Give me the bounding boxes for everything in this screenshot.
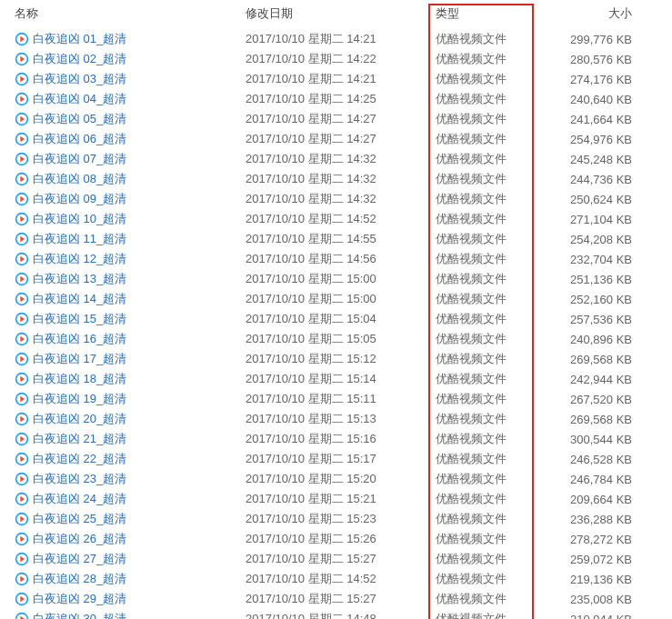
table-row[interactable]: 白夜追凶 18_超清2017/10/10 星期二 15:14优酷视频文件242,… (0, 369, 672, 389)
file-date-cell: 2017/10/10 星期二 15:17 (246, 451, 432, 467)
table-row[interactable]: 白夜追凶 21_超清2017/10/10 星期二 15:16优酷视频文件300,… (0, 429, 672, 449)
table-row[interactable]: 白夜追凶 24_超清2017/10/10 星期二 15:21优酷视频文件209,… (0, 489, 672, 509)
file-date-cell: 2017/10/10 星期二 14:27 (246, 111, 432, 127)
file-size-cell: 250,624 KB (534, 193, 652, 206)
file-name-cell[interactable]: 白夜追凶 15_超清 (0, 311, 246, 327)
file-type-cell: 优酷视频文件 (432, 391, 534, 407)
table-row[interactable]: 白夜追凶 06_超清2017/10/10 星期二 14:27优酷视频文件254,… (0, 129, 672, 149)
file-name-cell[interactable]: 白夜追凶 05_超清 (0, 111, 246, 127)
table-row[interactable]: 白夜追凶 15_超清2017/10/10 星期二 15:04优酷视频文件257,… (0, 309, 672, 329)
file-name-label: 白夜追凶 19_超清 (33, 391, 126, 407)
file-name-cell[interactable]: 白夜追凶 12_超清 (0, 251, 246, 267)
video-file-icon (15, 612, 29, 619)
table-row[interactable]: 白夜追凶 30_超清2017/10/10 星期二 14:48优酷视频文件210,… (0, 609, 672, 619)
table-row[interactable]: 白夜追凶 27_超清2017/10/10 星期二 15:27优酷视频文件259,… (0, 549, 672, 569)
file-name-cell[interactable]: 白夜追凶 17_超清 (0, 351, 246, 367)
file-name-cell[interactable]: 白夜追凶 09_超清 (0, 191, 246, 207)
table-row[interactable]: 白夜追凶 02_超清2017/10/10 星期二 14:22优酷视频文件280,… (0, 49, 672, 69)
table-row[interactable]: 白夜追凶 04_超清2017/10/10 星期二 14:25优酷视频文件240,… (0, 89, 672, 109)
file-date-cell: 2017/10/10 星期二 15:27 (246, 551, 432, 567)
file-size-cell: 274,176 KB (534, 73, 652, 86)
table-row[interactable]: 白夜追凶 23_超清2017/10/10 星期二 15:20优酷视频文件246,… (0, 469, 672, 489)
table-row[interactable]: 白夜追凶 22_超清2017/10/10 星期二 15:17优酷视频文件246,… (0, 449, 672, 469)
table-row[interactable]: 白夜追凶 12_超清2017/10/10 星期二 14:56优酷视频文件232,… (0, 249, 672, 269)
file-name-cell[interactable]: 白夜追凶 10_超清 (0, 211, 246, 227)
file-name-cell[interactable]: 白夜追凶 27_超清 (0, 551, 246, 567)
video-file-icon (15, 212, 29, 226)
table-row[interactable]: 白夜追凶 19_超清2017/10/10 星期二 15:11优酷视频文件267,… (0, 389, 672, 409)
file-name-cell[interactable]: 白夜追凶 19_超清 (0, 391, 246, 407)
file-name-cell[interactable]: 白夜追凶 21_超清 (0, 431, 246, 447)
video-file-icon (15, 552, 29, 566)
table-row[interactable]: 白夜追凶 10_超清2017/10/10 星期二 14:52优酷视频文件271,… (0, 209, 672, 229)
file-name-label: 白夜追凶 27_超清 (33, 551, 126, 567)
file-name-cell[interactable]: 白夜追凶 02_超清 (0, 51, 246, 67)
column-header-size[interactable]: 大小 (534, 5, 652, 22)
file-list-table: 名称 修改日期 类型 大小 白夜追凶 01_超清2017/10/10 星期二 1… (0, 0, 672, 619)
file-name-cell[interactable]: 白夜追凶 03_超清 (0, 71, 246, 87)
video-file-icon (15, 112, 29, 126)
file-name-cell[interactable]: 白夜追凶 14_超清 (0, 291, 246, 307)
file-size-cell: 236,288 KB (534, 513, 652, 526)
column-header-date[interactable]: 修改日期 (246, 5, 432, 22)
video-file-icon (15, 492, 29, 506)
file-name-cell[interactable]: 白夜追凶 29_超清 (0, 591, 246, 607)
file-size-cell: 254,208 KB (534, 233, 652, 246)
file-name-label: 白夜追凶 30_超清 (33, 611, 126, 619)
file-name-cell[interactable]: 白夜追凶 13_超清 (0, 271, 246, 287)
table-row[interactable]: 白夜追凶 07_超清2017/10/10 星期二 14:32优酷视频文件245,… (0, 149, 672, 169)
table-row[interactable]: 白夜追凶 20_超清2017/10/10 星期二 15:13优酷视频文件269,… (0, 409, 672, 429)
table-row[interactable]: 白夜追凶 03_超清2017/10/10 星期二 14:21优酷视频文件274,… (0, 69, 672, 89)
file-name-label: 白夜追凶 25_超清 (33, 511, 126, 527)
column-header-type[interactable]: 类型 (432, 5, 534, 22)
video-file-icon (15, 472, 29, 486)
file-size-cell: 209,664 KB (534, 493, 652, 506)
file-name-label: 白夜追凶 02_超清 (33, 51, 126, 67)
file-type-cell: 优酷视频文件 (432, 251, 534, 267)
table-row[interactable]: 白夜追凶 14_超清2017/10/10 星期二 15:00优酷视频文件252,… (0, 289, 672, 309)
file-name-cell[interactable]: 白夜追凶 18_超清 (0, 371, 246, 387)
file-date-cell: 2017/10/10 星期二 15:00 (246, 291, 432, 307)
table-row[interactable]: 白夜追凶 26_超清2017/10/10 星期二 15:26优酷视频文件278,… (0, 529, 672, 549)
table-row[interactable]: 白夜追凶 17_超清2017/10/10 星期二 15:12优酷视频文件269,… (0, 349, 672, 369)
table-row[interactable]: 白夜追凶 28_超清2017/10/10 星期二 14:52优酷视频文件219,… (0, 569, 672, 589)
video-file-icon (15, 412, 29, 426)
file-size-cell: 240,896 KB (534, 333, 652, 346)
file-name-label: 白夜追凶 24_超清 (33, 491, 126, 507)
table-row[interactable]: 白夜追凶 29_超清2017/10/10 星期二 15:27优酷视频文件235,… (0, 589, 672, 609)
file-size-cell: 232,704 KB (534, 253, 652, 266)
file-name-cell[interactable]: 白夜追凶 08_超清 (0, 171, 246, 187)
file-name-label: 白夜追凶 06_超清 (33, 131, 126, 147)
file-name-label: 白夜追凶 16_超清 (33, 331, 126, 347)
file-size-cell: 246,784 KB (534, 473, 652, 486)
table-row[interactable]: 白夜追凶 11_超清2017/10/10 星期二 14:55优酷视频文件254,… (0, 229, 672, 249)
file-name-cell[interactable]: 白夜追凶 06_超清 (0, 131, 246, 147)
file-type-cell: 优酷视频文件 (432, 331, 534, 347)
file-name-cell[interactable]: 白夜追凶 28_超清 (0, 571, 246, 587)
table-row[interactable]: 白夜追凶 25_超清2017/10/10 星期二 15:23优酷视频文件236,… (0, 509, 672, 529)
file-date-cell: 2017/10/10 星期二 14:27 (246, 131, 432, 147)
file-name-cell[interactable]: 白夜追凶 04_超清 (0, 91, 246, 107)
file-name-cell[interactable]: 白夜追凶 23_超清 (0, 471, 246, 487)
file-name-cell[interactable]: 白夜追凶 07_超清 (0, 151, 246, 167)
file-name-cell[interactable]: 白夜追凶 25_超清 (0, 511, 246, 527)
file-date-cell: 2017/10/10 星期二 15:12 (246, 351, 432, 367)
table-row[interactable]: 白夜追凶 16_超清2017/10/10 星期二 15:05优酷视频文件240,… (0, 329, 672, 349)
column-header-name[interactable]: 名称 (0, 5, 246, 22)
file-name-cell[interactable]: 白夜追凶 24_超清 (0, 491, 246, 507)
file-name-cell[interactable]: 白夜追凶 26_超清 (0, 531, 246, 547)
file-name-cell[interactable]: 白夜追凶 22_超清 (0, 451, 246, 467)
file-name-cell[interactable]: 白夜追凶 30_超清 (0, 611, 246, 619)
file-name-cell[interactable]: 白夜追凶 16_超清 (0, 331, 246, 347)
file-name-cell[interactable]: 白夜追凶 11_超清 (0, 231, 246, 247)
table-row[interactable]: 白夜追凶 01_超清2017/10/10 星期二 14:21优酷视频文件299,… (0, 29, 672, 49)
file-name-cell[interactable]: 白夜追凶 01_超清 (0, 31, 246, 47)
file-name-cell[interactable]: 白夜追凶 20_超清 (0, 411, 246, 427)
table-row[interactable]: 白夜追凶 09_超清2017/10/10 星期二 14:32优酷视频文件250,… (0, 189, 672, 209)
table-row[interactable]: 白夜追凶 08_超清2017/10/10 星期二 14:32优酷视频文件244,… (0, 169, 672, 189)
file-date-cell: 2017/10/10 星期二 15:05 (246, 331, 432, 347)
table-row[interactable]: 白夜追凶 05_超清2017/10/10 星期二 14:27优酷视频文件241,… (0, 109, 672, 129)
table-row[interactable]: 白夜追凶 13_超清2017/10/10 星期二 15:00优酷视频文件251,… (0, 269, 672, 289)
file-name-label: 白夜追凶 20_超清 (33, 411, 126, 427)
file-type-cell: 优酷视频文件 (432, 351, 534, 367)
